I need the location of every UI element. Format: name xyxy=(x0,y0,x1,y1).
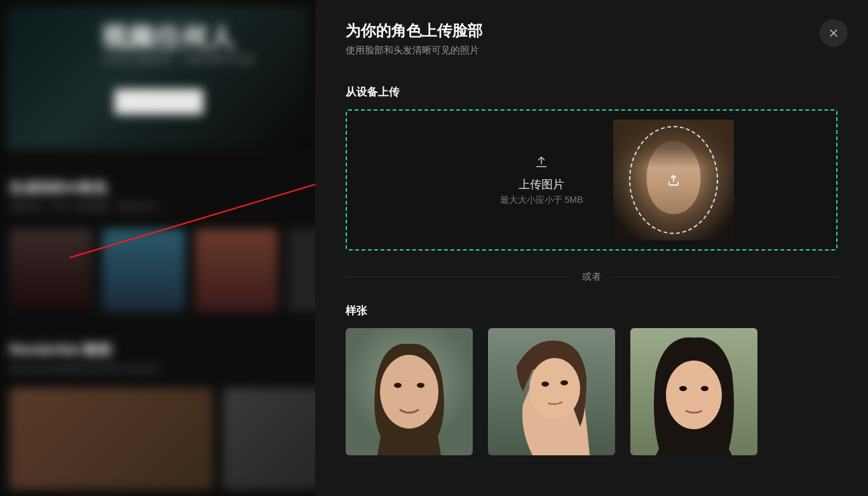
upload-dropzone[interactable]: 上传图片 最大大小应小于 5MB xyxy=(346,109,837,251)
upload-face-modal: 为你的角色上传脸部 使用脸部和头发清晰可见的照片 从设备上传 上传图片 最大大小… xyxy=(315,0,868,496)
divider-text: 或者 xyxy=(582,271,601,283)
sample-images-row xyxy=(346,328,837,455)
svg-point-6 xyxy=(380,355,438,429)
svg-point-16 xyxy=(679,386,687,391)
upload-text-block: 上传图片 最大大小应小于 5MB xyxy=(500,154,583,206)
svg-point-15 xyxy=(666,361,722,429)
sample-image-3[interactable] xyxy=(630,328,757,455)
svg-point-12 xyxy=(560,380,568,385)
bg-character-thumb xyxy=(195,229,278,312)
svg-point-11 xyxy=(541,382,549,387)
close-button[interactable] xyxy=(820,19,848,47)
bg-section-subtitle: 通过我们的详细教程充分利用 RenderNet xyxy=(10,363,159,375)
sample-face-icon xyxy=(630,328,757,455)
upload-main-text: 上传图片 xyxy=(500,177,583,192)
svg-point-8 xyxy=(417,383,424,388)
svg-point-17 xyxy=(701,386,709,391)
bg-section-title: RenderNet 教程 xyxy=(10,340,159,359)
bg-section-characters: 生成你的AI角色 创建角色，生成一致的图像，将他们带入… xyxy=(10,178,166,212)
bg-section-subtitle: 创建角色，生成一致的图像，将他们带入… xyxy=(10,201,166,212)
modal-title: 为你的角色上传脸部 xyxy=(346,20,837,41)
bg-hero-subtitle: 让你的人物动起来，只需几秒即可生成 xyxy=(102,54,253,65)
bg-hero-card: 视频任何人 让你的人物动起来，只需几秒即可生成 xyxy=(6,6,308,149)
divider-line xyxy=(614,277,837,277)
bg-character-thumb xyxy=(10,229,92,312)
divider-line xyxy=(346,277,569,277)
face-preview-image xyxy=(613,120,734,240)
bg-section-tutorials: RenderNet 教程 通过我们的详细教程充分利用 RenderNet xyxy=(10,340,159,375)
divider: 或者 xyxy=(346,271,837,283)
upload-section-label: 从设备上传 xyxy=(346,85,837,99)
upload-hint-text: 最大大小应小于 5MB xyxy=(500,195,583,206)
svg-point-7 xyxy=(394,383,402,388)
sample-image-1[interactable] xyxy=(346,328,473,455)
bg-hero-button xyxy=(114,89,203,114)
bg-hero-title: 视频任何人 xyxy=(102,19,235,55)
samples-label: 样张 xyxy=(346,303,837,318)
svg-point-10 xyxy=(529,358,580,419)
sample-image-2[interactable] xyxy=(488,328,615,455)
bg-section-title: 生成你的AI角色 xyxy=(10,178,166,197)
close-icon xyxy=(828,27,839,39)
sample-face-icon xyxy=(488,328,615,455)
bg-tutorial-card xyxy=(10,388,213,490)
sample-face-icon xyxy=(346,328,473,455)
upload-icon xyxy=(500,154,583,172)
modal-subtitle: 使用脸部和头发清晰可见的照片 xyxy=(346,45,837,57)
bg-character-thumb xyxy=(102,229,185,312)
